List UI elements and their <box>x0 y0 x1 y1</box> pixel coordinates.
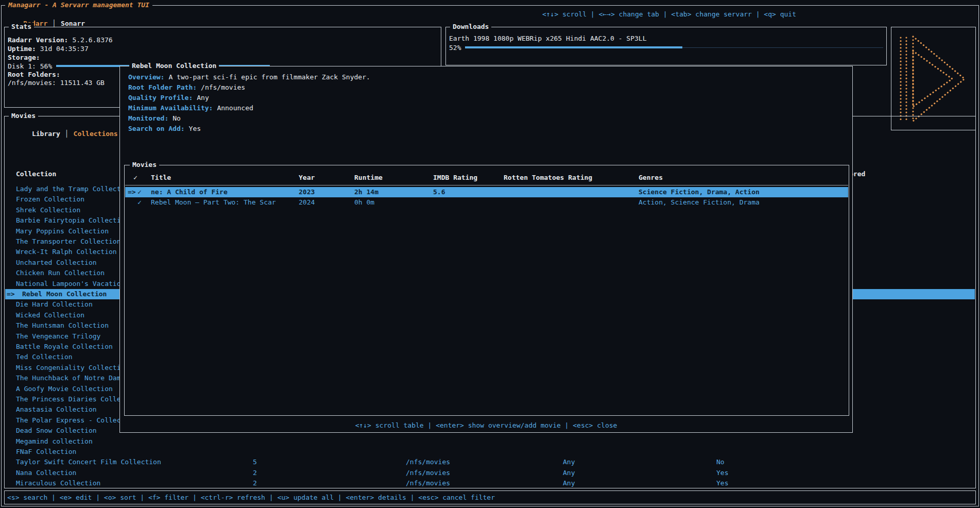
movies-panel-title: Movies <box>9 112 38 120</box>
disk-label: Disk 1: <box>8 62 36 71</box>
collection-root-folder: /nfs/movies <box>406 468 450 478</box>
collection-monitored: Yes <box>716 468 728 478</box>
selected-row-arrow: => <box>128 187 136 197</box>
movie-year: 2024 <box>299 197 315 208</box>
collection-details-modal: Rebel Moon Collection Overview:A two-par… <box>119 66 853 433</box>
movie-row[interactable]: =>✓ne: A Child of Fire20232h 14m5.6Scien… <box>125 187 848 197</box>
field-root-folder-path: Root Folder Path:/nfs/movies <box>128 82 245 93</box>
collection-row[interactable]: Taylor Swift Concert Film Collection5/nf… <box>5 457 975 467</box>
movie-genres: Action, Science Fiction, Drama <box>639 197 760 208</box>
collection-name: Rebel Moon Collection <box>22 289 107 299</box>
movies-tab-library[interactable]: Library <box>32 130 60 138</box>
collection-name: Frozen Collection <box>16 194 84 205</box>
movies-tab-collections[interactable]: Collections <box>74 130 118 138</box>
collection-name: Miss Congeniality Collection <box>16 363 129 373</box>
collection-root-folder: /nfs/movies <box>406 478 450 488</box>
collection-movie-count: 5 <box>253 457 257 467</box>
movie-row[interactable]: ✓Rebel Moon – Part Two: The Scar20240h 0… <box>125 197 848 208</box>
collection-monitored: Yes <box>716 478 728 488</box>
managarr-app: Managarr - A Servarr management TUI Rada… <box>0 0 980 508</box>
collection-name: The Huntsman Collection <box>16 320 109 331</box>
collection-row[interactable]: Miraculous Collection2/nfs/moviesAnyYes <box>5 478 975 488</box>
disk-usage-percent: 56% <box>40 62 52 71</box>
movie-imdb-rating: 5.6 <box>433 187 445 197</box>
collection-name: Anastasia Collection <box>16 404 97 415</box>
download-item-title: Earth 1998 1080p WEBRip x265 Hindi AAC2.… <box>449 34 883 43</box>
stats-panel-title: Stats <box>9 23 34 31</box>
collection-name: The Polar Express - Collection <box>16 415 137 426</box>
collection-quality-profile: Any <box>563 457 575 467</box>
collection-name: Barbie Fairytopia Collection <box>16 215 129 226</box>
field-quality-profile: Quality Profile:Any <box>128 93 209 103</box>
collection-movie-count: 2 <box>253 468 257 478</box>
modal-movies-table: Movies ✓TitleYearRuntimeIMDB RatingRotte… <box>124 165 849 416</box>
field-overview: Overview:A two-part sci-fi epic from fil… <box>128 72 370 82</box>
movie-genres: Science Fiction, Drama, Action <box>639 187 760 197</box>
collection-name: Wicked Collection <box>16 310 84 320</box>
modal-movies-rows: =>✓ne: A Child of Fire20232h 14m5.6Scien… <box>125 165 848 415</box>
collection-name: Wreck-It Ralph Collection <box>16 247 117 257</box>
collection-name: Battle Royale Collection <box>16 342 113 352</box>
top-keybind-hints: <↑↓> scroll | <←→> change tab | <tab> ch… <box>542 10 796 19</box>
collection-name: Ted Collection <box>16 352 73 362</box>
column-header-collection: Collection <box>16 169 56 179</box>
collection-name: Mary Poppins Collection <box>16 226 109 236</box>
collection-name: A Goofy Movie Collection <box>16 384 113 394</box>
collection-row[interactable]: Nana Collection2/nfs/moviesAnyYes <box>5 468 975 478</box>
movie-year: 2023 <box>299 187 315 197</box>
download-percent: 52% <box>449 43 461 52</box>
collection-row[interactable]: FNaF Collection <box>5 447 975 457</box>
collection-name: Chicken Run Collection <box>16 268 105 278</box>
field-minimum-availability: Minimum Availability:Announced <box>128 103 253 113</box>
app-title: Managarr - A Servarr management TUI <box>5 1 152 9</box>
movie-monitored-check: ✓ <box>137 187 142 197</box>
collection-name: Nana Collection <box>16 468 76 478</box>
collection-name: Taylor Swift Concert Film Collection <box>16 457 161 467</box>
collection-name: The Transporter Collection <box>16 236 121 247</box>
tab-separator: │ <box>47 20 61 27</box>
selected-row-arrow: => <box>7 289 15 299</box>
movie-monitored-check: ✓ <box>137 197 142 208</box>
modal-keybind-hints: <↑↓> scroll table | <enter> show overvie… <box>120 421 852 429</box>
storage-label: Storage: <box>8 53 438 62</box>
collection-name: Miraculous Collection <box>16 478 100 488</box>
movie-runtime: 0h 0m <box>354 197 374 208</box>
collection-monitored: No <box>716 457 725 467</box>
collection-name: The Vengeance Trilogy <box>16 331 100 342</box>
logo-panel <box>891 27 976 130</box>
collection-name: Lady and the Tramp Collection <box>16 184 133 194</box>
movie-title: ne: A Child of Fire <box>151 187 228 197</box>
downloads-panel: Downloads Earth 1998 1080p WEBRip x265 H… <box>445 27 887 65</box>
servarr-tabs: Radarr│Sonarr <box>7 10 85 19</box>
movie-runtime: 2h 14m <box>354 187 379 197</box>
radarr-version: Radarr Version:5.2.6.8376 <box>8 36 438 44</box>
collection-name: Die Hard Collection <box>16 299 93 310</box>
collection-name: Shrek Collection <box>16 205 80 215</box>
collection-name: Dead Snow Collection <box>16 426 97 436</box>
field-monitored: Monitored:No <box>128 113 181 124</box>
collection-name: Megamind collection <box>16 436 93 447</box>
collection-name: Uncharted Collection <box>16 258 97 268</box>
collection-quality-profile: Any <box>563 468 575 478</box>
collection-movie-count: 2 <box>253 478 257 488</box>
bottom-keybind-hints: <s> search | <e> edit | <o> sort | <f> f… <box>5 491 975 504</box>
modal-title: Rebel Moon Collection <box>129 62 219 70</box>
download-gauge <box>465 43 883 52</box>
collection-root-folder: /nfs/movies <box>406 457 450 467</box>
downloads-panel-title: Downloads <box>450 23 491 31</box>
download-progress: 52% <box>449 43 883 52</box>
managarr-play-logo-icon <box>897 32 971 125</box>
collection-quality-profile: Any <box>563 478 575 488</box>
field-search-on-add: Search on Add:Yes <box>128 124 201 134</box>
servarr-tab-sonarr[interactable]: Sonarr <box>61 20 85 27</box>
tab-separator: │ <box>60 130 74 138</box>
movies-tabs: Library│Collections <box>8 120 118 129</box>
collection-row[interactable]: Megamind collection <box>5 436 975 447</box>
movie-title: Rebel Moon – Part Two: The Scar <box>151 197 276 208</box>
collection-name: FNaF Collection <box>16 447 76 457</box>
uptime: Uptime:31d 04:35:37 <box>8 44 438 53</box>
bottom-bar: <s> search | <e> edit | <o> sort | <f> f… <box>4 490 976 504</box>
download-gauge-fill <box>465 46 682 48</box>
